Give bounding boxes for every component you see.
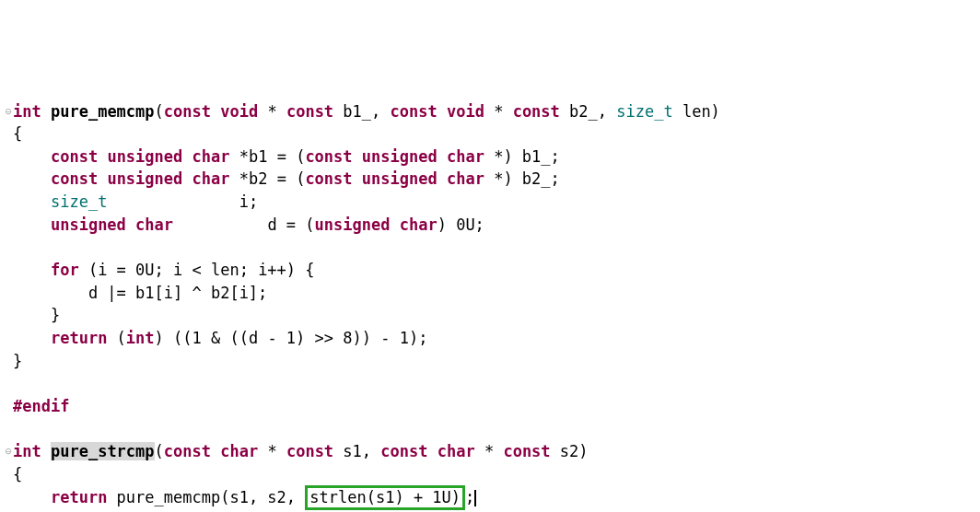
kw-char: char xyxy=(447,147,484,166)
code-text xyxy=(13,261,51,279)
code-text: * xyxy=(484,102,513,121)
code-text: } xyxy=(13,352,22,370)
code-text: *b2 = ( xyxy=(229,169,305,188)
code-text: *) b2_; xyxy=(484,169,560,188)
kw-char: char xyxy=(220,442,258,460)
kw-void: void xyxy=(447,102,484,121)
code-text xyxy=(13,147,51,166)
kw-const: const xyxy=(380,442,427,460)
kw-int: int xyxy=(13,442,41,460)
kw-char: char xyxy=(400,215,438,234)
kw-const: const xyxy=(286,442,333,460)
kw-unsigned: unsigned xyxy=(362,169,438,188)
kw-char: char xyxy=(192,147,230,166)
kw-unsigned: unsigned xyxy=(315,215,391,234)
fn-pure-memcmp: pure_memcmp xyxy=(51,102,155,121)
kw-unsigned: unsigned xyxy=(107,147,182,166)
code-text: (i = 0U; i < len; i++) { xyxy=(79,261,315,279)
code-text: s1, xyxy=(333,442,380,460)
kw-const: const xyxy=(286,102,333,121)
code-text: b1_, xyxy=(333,102,390,121)
fold-marker[interactable]: ⊖ xyxy=(4,104,13,120)
kw-for: for xyxy=(51,261,79,279)
fold-marker[interactable]: ⊖ xyxy=(4,444,13,460)
highlight-box: strlen(s1) + 1U) xyxy=(305,485,465,509)
kw-char: char xyxy=(135,215,173,234)
code-text: *b1 = ( xyxy=(229,147,305,166)
code-text: s2) xyxy=(551,442,589,460)
kw-void: void xyxy=(220,102,258,121)
code-text: ( xyxy=(155,442,164,460)
code-text xyxy=(13,169,51,188)
code-text: d = ( xyxy=(173,215,315,234)
code-text xyxy=(13,329,51,347)
kw-const: const xyxy=(503,442,550,460)
kw-const: const xyxy=(51,147,98,166)
kw-int: int xyxy=(126,329,155,347)
type-size_t: size_t xyxy=(616,102,672,121)
kw-const: const xyxy=(513,102,560,121)
kw-const: const xyxy=(305,169,352,188)
kw-unsigned: unsigned xyxy=(362,147,438,166)
pp-endif: #endif xyxy=(13,397,69,415)
kw-const: const xyxy=(391,102,438,121)
code-text: } xyxy=(13,306,60,324)
code-text xyxy=(13,215,51,234)
fn-pure-strcmp: pure_strcmp xyxy=(51,442,155,460)
code-text: ) ((1 & ((d - 1) >> 8)) - 1); xyxy=(155,329,428,347)
type-size_t: size_t xyxy=(51,192,107,211)
code-text: i; xyxy=(107,192,258,211)
code-text: { xyxy=(13,124,22,143)
code-text: { xyxy=(13,465,22,483)
kw-return: return xyxy=(51,488,107,506)
code-text: ; xyxy=(465,488,474,506)
code-text: * xyxy=(475,442,504,460)
kw-return: return xyxy=(51,329,107,347)
code-text: * xyxy=(258,102,286,121)
kw-char: char xyxy=(438,442,475,460)
code-text: *) b1_; xyxy=(484,147,560,166)
kw-char: char xyxy=(447,169,484,188)
code-text xyxy=(13,192,51,211)
kw-unsigned: unsigned xyxy=(107,169,182,188)
code-block: ⊖int pure_memcmp(const void * const b1_,… xyxy=(4,100,980,512)
kw-const: const xyxy=(164,102,211,121)
kw-const: const xyxy=(51,169,98,188)
code-text: * xyxy=(258,442,286,460)
code-text xyxy=(13,488,51,506)
code-text: len) xyxy=(673,102,720,121)
code-text: ( xyxy=(155,102,164,121)
kw-const: const xyxy=(164,442,211,460)
code-text: ) 0U; xyxy=(438,215,484,234)
kw-const: const xyxy=(305,147,352,166)
kw-char: char xyxy=(192,169,230,188)
kw-int: int xyxy=(13,102,41,121)
kw-unsigned: unsigned xyxy=(51,215,126,234)
code-text: pure_memcmp(s1, s2, xyxy=(107,488,305,506)
highlighted-code: strlen(s1) + 1U) xyxy=(309,488,461,506)
code-text: ( xyxy=(107,329,125,347)
text-cursor xyxy=(474,490,476,507)
code-text: d |= b1[i] ^ b2[i]; xyxy=(13,284,267,302)
code-text: b2_, xyxy=(560,102,616,121)
